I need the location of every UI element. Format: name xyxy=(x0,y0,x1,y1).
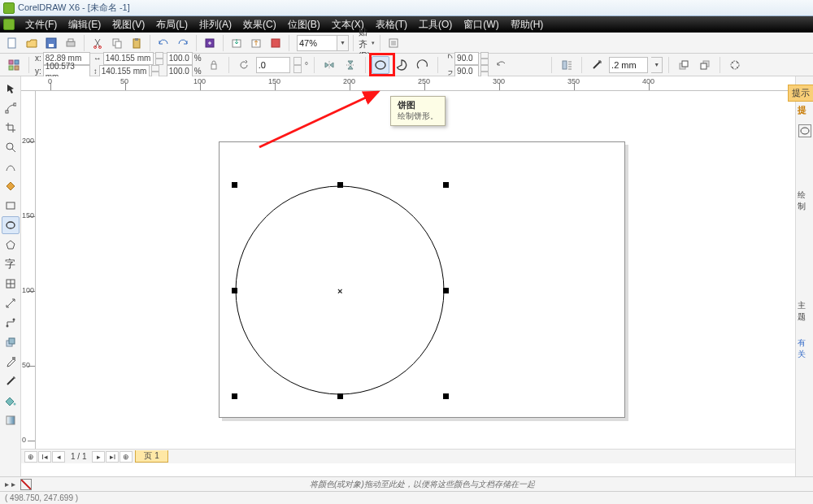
handle-w[interactable] xyxy=(232,288,237,293)
width-spin[interactable] xyxy=(155,52,163,65)
connector-tool[interactable] xyxy=(2,314,20,332)
ruler-horizontal[interactable]: 0 50 100 150 200 250 300 350 400 xyxy=(21,76,798,91)
status-bar-2: ( 498.750, 247.699 ) xyxy=(0,491,813,504)
handle-n[interactable] xyxy=(337,182,343,188)
interactive-tool[interactable] xyxy=(2,333,20,351)
start-angle-input[interactable]: 90.0 xyxy=(454,52,479,65)
eyedropper-tool[interactable] xyxy=(2,353,20,371)
page-add-front-button[interactable]: ⊕ xyxy=(24,451,37,463)
page-prev-button[interactable]: ◂ xyxy=(52,451,65,463)
svg-rect-3 xyxy=(67,41,75,46)
dimension-tool[interactable] xyxy=(2,294,20,312)
export-button[interactable] xyxy=(247,34,265,52)
import-button[interactable] xyxy=(228,34,246,52)
mirror-h-button[interactable] xyxy=(320,56,338,74)
menu-bitmap[interactable]: 位图(B) xyxy=(282,16,326,33)
lock-ratio-button[interactable] xyxy=(205,56,223,74)
page-next-button[interactable]: ▸ xyxy=(92,451,105,463)
shape-tool[interactable] xyxy=(2,99,20,117)
rotation-spin[interactable] xyxy=(293,57,302,73)
copy-button[interactable] xyxy=(108,34,126,52)
dock-theme-label: 主题 xyxy=(796,297,813,326)
page-tab-1[interactable]: 页 1 xyxy=(135,450,167,463)
canvas[interactable]: × xyxy=(36,91,798,463)
polygon-tool[interactable] xyxy=(2,236,20,254)
dock-draw-label: 绘制 xyxy=(796,186,813,215)
zoom-level-dropdown[interactable]: ▼ xyxy=(337,35,349,51)
zoom-level-combo[interactable]: 47% ▼ xyxy=(297,35,349,51)
fill-tool[interactable] xyxy=(2,392,20,410)
zoom-tool[interactable] xyxy=(2,138,20,156)
handle-sw[interactable] xyxy=(232,393,237,399)
workspace: 字 0 50 100 150 200 250 300 350 400 200 1… xyxy=(0,76,813,476)
ellipse-tool[interactable] xyxy=(2,216,20,234)
convert-curves-button[interactable] xyxy=(726,56,744,74)
search-button[interactable] xyxy=(201,34,219,52)
paste-button[interactable] xyxy=(128,34,146,52)
save-button[interactable] xyxy=(42,34,60,52)
wrap-text-button[interactable] xyxy=(558,56,576,74)
selection-center-icon[interactable]: × xyxy=(337,286,342,296)
freehand-tool[interactable] xyxy=(2,158,20,176)
menu-tools[interactable]: 工具(O) xyxy=(413,16,458,33)
dock-ellipse-icon xyxy=(798,124,811,137)
page-last-button[interactable]: ▸I xyxy=(106,451,119,463)
toolbox: 字 xyxy=(0,76,21,476)
page-indicator: 1 / 1 xyxy=(66,452,91,461)
status-nav-icon[interactable]: ▸ ▸ xyxy=(5,480,15,489)
outline-tool[interactable] xyxy=(2,372,20,390)
handle-ne[interactable] xyxy=(443,182,449,188)
handle-nw[interactable] xyxy=(232,182,237,188)
cut-button[interactable] xyxy=(89,34,107,52)
to-front-button[interactable] xyxy=(675,56,693,74)
options-button[interactable] xyxy=(385,34,402,52)
redo-button[interactable] xyxy=(174,34,192,52)
menu-edit[interactable]: 编辑(E) xyxy=(63,16,107,33)
snap-button[interactable]: 贴齐(P) ▾ xyxy=(358,34,376,52)
start-angle-spin[interactable] xyxy=(480,52,489,65)
menu-bar: 文件(F) 编辑(E) 视图(V) 布局(L) 排列(A) 效果(C) 位图(B… xyxy=(0,16,813,33)
handle-s[interactable] xyxy=(337,393,343,399)
mirror-v-button[interactable] xyxy=(341,56,359,74)
svg-rect-22 xyxy=(563,61,567,69)
rectangle-tool[interactable] xyxy=(2,197,20,215)
interactive-fill-tool[interactable] xyxy=(2,411,20,429)
new-button[interactable] xyxy=(3,34,21,52)
dock-related-label: 有关 xyxy=(796,334,813,363)
crop-tool[interactable] xyxy=(2,119,20,137)
open-button[interactable] xyxy=(23,34,41,52)
menu-window[interactable]: 窗口(W) xyxy=(458,16,504,33)
handle-se[interactable] xyxy=(443,393,449,399)
page-first-button[interactable]: I◂ xyxy=(38,451,51,463)
ruler-vertical[interactable]: 200 150 100 50 0 xyxy=(21,91,36,463)
publish-pdf-button[interactable] xyxy=(267,34,285,52)
text-tool[interactable]: 字 xyxy=(2,255,20,273)
smart-fill-tool[interactable] xyxy=(2,177,20,195)
scale-x-input[interactable]: 100.0 xyxy=(167,52,193,65)
menu-view[interactable]: 视图(V) xyxy=(107,16,150,33)
to-back-button[interactable] xyxy=(696,56,714,74)
undo-button[interactable] xyxy=(154,34,172,52)
hints-docker-tab[interactable]: 提示 xyxy=(788,85,813,102)
width-input[interactable]: 140.155 mm xyxy=(103,52,154,65)
print-button[interactable] xyxy=(62,34,80,52)
page-add-back-button[interactable]: ⊕ xyxy=(120,451,133,463)
swap-angles-button[interactable] xyxy=(492,56,510,74)
menu-help[interactable]: 帮助(H) xyxy=(505,16,550,33)
pick-tool[interactable] xyxy=(2,80,20,98)
outline-width-dropdown[interactable]: ▼ xyxy=(651,57,663,73)
menu-layout[interactable]: 布局(L) xyxy=(150,16,193,33)
menu-effects[interactable]: 效果(C) xyxy=(237,16,282,33)
status-no-fill-icon[interactable] xyxy=(20,479,32,490)
presets-button[interactable] xyxy=(5,56,23,74)
pie-button[interactable] xyxy=(393,56,411,74)
outline-width-input[interactable]: .2 mm xyxy=(609,57,648,73)
table-tool[interactable] xyxy=(2,275,20,293)
arc-button[interactable] xyxy=(414,56,432,74)
menu-arrange[interactable]: 排列(A) xyxy=(193,16,237,33)
menu-table[interactable]: 表格(T) xyxy=(370,16,413,33)
menu-file[interactable]: 文件(F) xyxy=(20,16,63,33)
rotation-input[interactable]: .0 xyxy=(256,57,290,73)
handle-e[interactable] xyxy=(443,288,449,293)
zoom-level-value[interactable]: 47% xyxy=(297,35,337,51)
